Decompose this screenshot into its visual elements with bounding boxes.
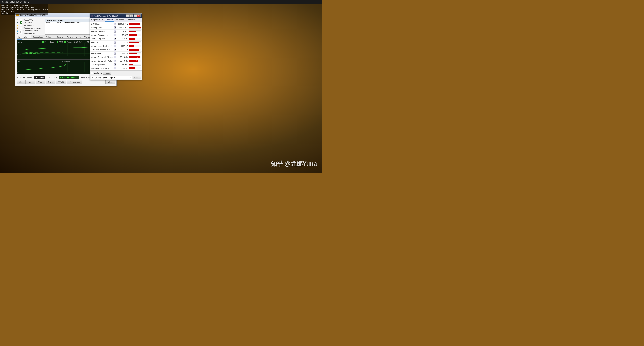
gpuz-gpu-select-row: Intel(R) Arc(TM) A580 Graphics Close [90,75,142,80]
log-to-file-label: Log to file [94,72,102,74]
gpuz-controls: ⚙ 📷 ─ ✕ [126,14,140,17]
gpu-load-bar [129,41,139,43]
gpu-voltage-expand[interactable]: ▼ [114,52,116,55]
memory-temp-bar [129,34,138,36]
sensor-row-gpu-voltage: GPU Voltage ▼ 0.905 V [90,52,142,55]
gpuz-close-button[interactable]: ✕ [137,14,140,17]
watermark: 知乎 @尤娜Yuna [271,160,317,168]
mem-used-expand[interactable]: ▼ [114,45,116,47]
gpu-clock-expand[interactable]: ▼ [114,23,116,25]
gpuz-minimize-button[interactable]: ─ [134,14,137,17]
stop-button[interactable]: Stop [26,80,35,84]
stress-cache-label: Stress cache [24,24,34,26]
gpuz-tab-sensors[interactable]: Sensors [104,18,114,22]
close-gpuz-button[interactable]: Close [132,76,141,79]
stress-memory-label: Stress system memory [24,27,42,29]
mem-bw-write-bar [129,60,138,62]
sys-mem-expand[interactable]: ▼ [114,67,116,69]
gpuz-tab-advanced[interactable]: Advanced [114,18,125,22]
cpu-temp-bar [129,64,133,65]
fan-speed-expand[interactable]: ▼ [114,37,116,40]
stress-cpu-checkbox[interactable] [20,19,22,21]
mem-bw-write-bar-container [129,60,141,62]
close-button[interactable]: Close [106,80,115,84]
cpu-icon: 🖥 [16,19,19,21]
cpuid-button[interactable]: CPUID [56,80,66,84]
furmark-line2: FPS: 39, AvgFPS: 39, MinFPS: 35, MaxFPS:… [1,7,48,9]
sys-mem-bar [129,67,135,69]
gpu-voltage-bar-container [129,52,141,54]
mem-bw-read-value: 72.4 GB/s [117,56,129,58]
tab-temperatures[interactable]: Temperatures [16,35,31,38]
stress-gpu-row: 🎮 Stress GPU(s) [16,32,44,34]
gpu-load-value: 83 % [117,41,129,43]
gpu-temp-bar-container [129,30,141,32]
gpuz-settings-button[interactable]: ⚙ [126,14,130,17]
gpu-clock-value: 1950.0 MHz [117,23,129,25]
gpuz-icon-symbol: G [92,15,92,16]
gpuz-titlebar[interactable]: G TechPowerUp GPU-Z 2.55.0 ⚙ 📷 ─ ✕ [90,13,142,18]
sensor-row-mem-bw-read: Memory Bandwidth (Read) ▼ 72.4 GB/s [90,55,142,59]
gpu-temp-expand[interactable]: ▼ [114,30,116,32]
sensor-row-gpu-clock: GPU Clock ▼ 1950.0 MHz [90,22,142,26]
mem-bw-write-value: 52.4 GB/s [117,60,129,62]
sensor-row-mem-bw-write: Memory Bandwidth (Write) ▼ 52.4 GB/s [90,59,142,63]
mem-bw-write-jagged [129,60,138,62]
memory-clock-expand[interactable]: ▼ [114,26,116,29]
mem-bw-read-expand[interactable]: ▼ [114,56,116,58]
sensor-row-fan-speed: Fan Speed (RPM) ▼ 1546 RPM [90,37,142,40]
sensor-row-gpu-power: GPU Chip Power Draw ▼ 134.2 W [90,48,142,52]
gpu-select-dropdown[interactable]: Intel(R) Arc(TM) A580 Graphics [90,76,132,79]
sensor-row-cpu-temp: CPU Temperature ▼ 75.9 °C [90,63,142,66]
save-button[interactable]: Save [46,80,55,84]
mem-bw-write-expand[interactable]: ▼ [114,60,116,62]
gpu-clock-name: GPU Clock [90,23,114,25]
cpu-temp-expand[interactable]: ▼ [114,63,116,66]
log-to-file-checkbox[interactable] [90,72,93,74]
stress-disks-row: 💾 Stress local disks [16,29,44,32]
stress-cpu-row: 🖥 Stress CPU [16,19,44,21]
stress-fpu-checkbox[interactable] [20,21,22,24]
sys-mem-bar-container [129,67,141,69]
tab-powers[interactable]: Powers [65,35,74,38]
gpuz-sensor-rows: GPU Clock ▼ 1950.0 MHz Memory Clock ▼ 20… [90,22,142,70]
stress-memory-checkbox[interactable] [20,27,22,29]
start-button[interactable]: Start [16,80,26,84]
scroll-indicator [16,39,22,40]
mem-bw-read-bar-container [129,56,141,58]
gpuz-window: G TechPowerUp GPU-Z 2.55.0 ⚙ 📷 ─ ✕ Graph… [90,13,142,80]
cpu-y-max: 100% [18,61,22,63]
gpuz-camera-button[interactable]: 📷 [130,14,133,17]
date-header: Date & Time [46,19,56,21]
memory-clock-bar-container [129,27,141,29]
stress-disks-checkbox[interactable] [20,29,22,32]
gpuz-tab-graphics-card[interactable]: Graphics Card [90,18,104,22]
gpu-load-name: GPU Load [90,41,114,43]
battery-label: Remaining Battery: [16,76,32,78]
gpu-temp-name: GPU Temperature [90,30,114,32]
furmark-line4: Voltage: 0.925 V [1,11,48,13]
furmark-line3: SCORE: 0000-00, GPU: 62 °C, GPU chip pow… [1,9,48,11]
tab-cooling-fans[interactable]: Cooling Fans [31,35,45,38]
stress-cache-checkbox[interactable] [20,24,22,26]
preferences-button[interactable]: Preferences [67,80,82,84]
date-value: 2023/11/22 18:40:55 [46,22,63,24]
gpu-power-value: 134.2 W [117,49,129,51]
stress-gpu-label: Stress GPU(s) [24,32,36,34]
gpu-power-expand[interactable]: ▼ [114,49,116,51]
stress-disks-label: Stress local disks [24,30,38,32]
tab-clocks[interactable]: Clocks [74,35,83,38]
reset-button[interactable]: Reset [103,71,112,75]
status-value: Stability Test: Started [64,22,82,24]
tab-currents[interactable]: Currents [55,35,65,38]
memory-temp-expand[interactable]: ▼ [114,34,116,36]
stress-fpu-row: 💻 Stress FPU [16,21,44,24]
gpuz-tab-validation[interactable]: Validation [125,18,136,22]
mem-bw-read-bar [129,56,140,58]
clear-button[interactable]: Clear [36,80,45,84]
stress-gpu-checkbox[interactable] [20,32,22,34]
gpu-load-expand[interactable]: ▼ [114,41,116,43]
test-started-badge: 2023/11/22 18:40:55 [58,76,79,79]
tab-voltages[interactable]: Voltages [45,35,55,38]
cpu-chart-title: CPU Usage [61,60,71,62]
